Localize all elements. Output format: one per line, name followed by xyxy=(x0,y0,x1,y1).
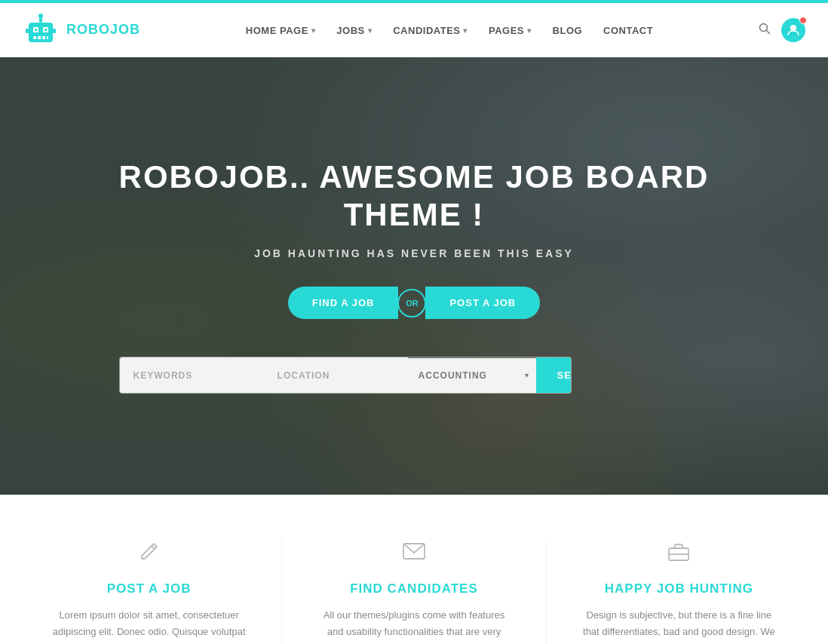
nav-link-homepage[interactable]: HOME PAGE xyxy=(246,25,316,36)
search-bar: ACCOUNTING TECHNOLOGY DESIGN MARKETING F… xyxy=(119,357,572,394)
nav-item-pages[interactable]: PAGES xyxy=(489,23,532,37)
svg-rect-8 xyxy=(45,36,47,39)
search-icon xyxy=(759,23,771,35)
svg-line-16 xyxy=(152,546,155,549)
svg-rect-4 xyxy=(44,29,47,31)
briefcase-icon xyxy=(581,540,777,568)
hero-content: ROBOJOB.. AWESOME JOB BOARD THEME ! JOB … xyxy=(89,158,740,394)
feature-happy-hunting: HAPPY JOB HUNTING Design is subjective, … xyxy=(566,540,792,644)
keywords-input[interactable] xyxy=(120,357,264,393)
svg-point-15 xyxy=(790,25,796,31)
search-button[interactable]: SEARCH xyxy=(536,357,572,393)
nav-item-jobs[interactable]: JOBS xyxy=(336,23,372,37)
hero-cta: FIND A JOB OR POST A JOB xyxy=(119,287,710,319)
nav-item-candidates[interactable]: CANDIDATES xyxy=(393,23,468,37)
feature-text-post: Lorem ipsum dolor sit amet, consectetuer… xyxy=(51,607,247,644)
navbar-icons xyxy=(759,18,805,42)
feature-text-candidates: All our themes/plugins come with feature… xyxy=(316,607,512,644)
svg-rect-7 xyxy=(41,36,42,39)
logo-icon xyxy=(23,12,59,48)
feature-divider-1 xyxy=(281,540,282,644)
location-input[interactable] xyxy=(264,357,408,393)
nav-item-blog[interactable]: BLOG xyxy=(553,23,583,37)
envelope-icon xyxy=(316,540,512,568)
navbar: ROBOJOB HOME PAGE JOBS CANDIDATES PAGES … xyxy=(0,3,828,57)
feature-title-post: POST A JOB xyxy=(51,581,247,596)
nav-item-contact[interactable]: CONTACT xyxy=(603,23,653,37)
or-badge: OR xyxy=(397,289,426,317)
nav-link-jobs[interactable]: JOBS xyxy=(336,25,372,36)
feature-find-candidates: FIND CANDIDATES All our themes/plugins c… xyxy=(301,540,527,644)
feature-post-job: POST A JOB Lorem ipsum dolor sit amet, c… xyxy=(36,540,262,644)
hero-section: ROBOJOB.. AWESOME JOB BOARD THEME ! JOB … xyxy=(0,57,828,495)
svg-rect-6 xyxy=(36,36,38,39)
category-select-wrapper: ACCOUNTING TECHNOLOGY DESIGN MARKETING F… xyxy=(408,357,536,393)
nav-link-contact[interactable]: CONTACT xyxy=(603,25,653,36)
nav-menu: HOME PAGE JOBS CANDIDATES PAGES BLOG CON… xyxy=(246,23,653,37)
hero-subtitle: JOB HAUNTING HAS NEVER BEEN THIS EASY xyxy=(119,247,710,259)
user-avatar[interactable] xyxy=(781,18,805,42)
svg-point-10 xyxy=(38,14,43,18)
svg-rect-12 xyxy=(53,29,56,33)
pencil-icon xyxy=(51,540,247,568)
avatar-icon xyxy=(787,23,800,37)
features-section: POST A JOB Lorem ipsum dolor sit amet, c… xyxy=(0,495,828,644)
search-icon-button[interactable] xyxy=(759,23,771,38)
nav-link-blog[interactable]: BLOG xyxy=(553,25,583,36)
post-job-button[interactable]: POST A JOB xyxy=(425,287,540,319)
feature-text-hunting: Design is subjective, but there is a fin… xyxy=(581,607,777,644)
nav-link-candidates[interactable]: CANDIDATES xyxy=(393,25,468,36)
feature-title-hunting: HAPPY JOB HUNTING xyxy=(581,581,777,596)
nav-item-homepage[interactable]: HOME PAGE xyxy=(246,23,316,37)
category-select[interactable]: ACCOUNTING TECHNOLOGY DESIGN MARKETING F… xyxy=(408,358,536,393)
logo[interactable]: ROBOJOB xyxy=(23,12,140,48)
logo-text: ROBOJOB xyxy=(66,22,140,38)
hero-title: ROBOJOB.. AWESOME JOB BOARD THEME ! xyxy=(119,158,710,235)
nav-link-pages[interactable]: PAGES xyxy=(489,25,532,36)
notification-dot xyxy=(799,17,807,24)
svg-rect-11 xyxy=(26,29,29,33)
svg-rect-3 xyxy=(35,29,37,31)
find-job-button[interactable]: FIND A JOB xyxy=(288,287,399,319)
svg-rect-0 xyxy=(29,23,53,42)
feature-title-candidates: FIND CANDIDATES xyxy=(316,581,512,596)
feature-divider-2 xyxy=(546,540,547,644)
svg-line-14 xyxy=(767,30,770,33)
